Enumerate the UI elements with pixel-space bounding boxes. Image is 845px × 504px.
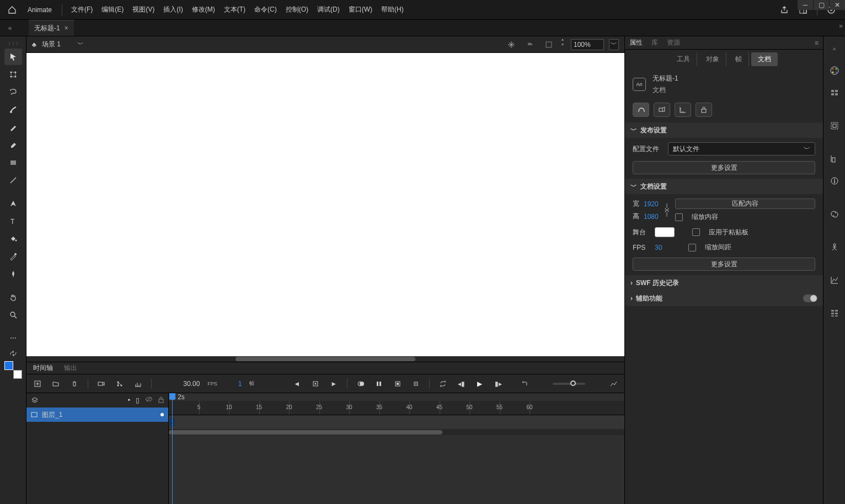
timeline-zoom-slider[interactable] [553, 383, 585, 385]
insert-keyframe-icon[interactable] [310, 378, 321, 389]
layer-depth-icon[interactable] [133, 378, 144, 389]
playhead[interactable] [172, 393, 173, 504]
zoom-dropdown[interactable]: ﹀ [609, 39, 619, 50]
pen-tool[interactable] [4, 195, 22, 212]
rigging-panel-icon[interactable] [828, 240, 841, 254]
eyedropper-tool[interactable] [4, 248, 22, 265]
undo-icon[interactable] [519, 378, 530, 389]
menu-text[interactable]: 文本(T) [220, 2, 250, 18]
fps-value-label[interactable]: 30.00 [183, 380, 200, 388]
history-panel-icon[interactable] [828, 207, 841, 221]
profile-select[interactable]: 默认文件﹀ [668, 142, 815, 156]
link-dimensions-icon[interactable] [664, 202, 670, 218]
camera-icon[interactable] [96, 378, 107, 389]
fit-timeline-icon[interactable] [608, 378, 619, 389]
menu-help[interactable]: 帮助(H) [377, 2, 408, 18]
panel-grip-icon[interactable]: ⋮⋮⋮ [7, 41, 19, 46]
accessibility-header[interactable]: ›辅助功能 [625, 291, 823, 306]
share-button[interactable] [775, 2, 794, 18]
timeline-hscrollbar[interactable] [169, 430, 624, 435]
align-panel-icon[interactable] [828, 119, 841, 132]
assets-tab[interactable]: 资源 [667, 38, 680, 47]
transform-panel-icon[interactable] [828, 152, 841, 165]
lasso-tool[interactable] [4, 84, 22, 100]
scope-document[interactable]: 文档 [751, 52, 778, 66]
scene-label[interactable]: 场景 1 [42, 40, 61, 49]
library-tab[interactable]: 库 [651, 38, 658, 47]
layer-parenting-icon[interactable] [114, 378, 125, 389]
pin-tool[interactable] [4, 266, 22, 282]
collapse-left-icon[interactable]: « [7, 20, 13, 36]
publish-more-button[interactable]: 更多设置 [633, 161, 815, 174]
scale-content-checkbox[interactable]: 缩放内容 [675, 212, 815, 222]
width-input[interactable]: 1920 [644, 200, 659, 208]
apply-pasteboard-checkbox[interactable]: 应用于粘贴板 [692, 228, 748, 237]
scene-dropdown-icon[interactable]: ﹀ [77, 40, 84, 49]
menu-debug[interactable]: 调试(D) [313, 2, 344, 18]
fps-input[interactable]: 30 [655, 244, 662, 251]
menu-insert[interactable]: 插入(I) [159, 2, 187, 18]
document-tab[interactable]: 无标题-1 × [29, 20, 74, 36]
play-button[interactable]: ▶ [474, 378, 485, 389]
docset-more-button[interactable]: 更多设置 [633, 258, 815, 271]
swap-colors-icon[interactable] [4, 350, 22, 357]
swf-history-header[interactable]: ›SWF 历史记录 [625, 275, 823, 291]
scope-tool[interactable]: 工具 [670, 52, 697, 66]
window-maximize-button[interactable]: ▢ [814, 0, 829, 10]
delete-layer-icon[interactable] [69, 378, 80, 389]
scope-object[interactable]: 对象 [699, 52, 726, 66]
close-tab-icon[interactable]: × [65, 24, 68, 32]
add-folder-icon[interactable] [51, 378, 62, 389]
layer-name-label[interactable]: 图层_1 [42, 410, 62, 420]
output-tab[interactable]: 输出 [62, 362, 79, 374]
track-row[interactable] [169, 415, 624, 430]
lock-header-icon[interactable] [158, 396, 164, 404]
info-panel-icon[interactable] [828, 174, 841, 187]
menu-file[interactable]: 文件(F) [67, 2, 97, 18]
text-tool[interactable]: T [4, 213, 22, 229]
properties-tab[interactable]: 属性 [629, 38, 643, 47]
rectangle-tool[interactable] [4, 154, 22, 171]
mode-advanced-icon[interactable] [654, 103, 670, 117]
mode-ruler-icon[interactable] [675, 103, 691, 117]
zoom-input[interactable]: 100% [571, 39, 604, 50]
zoom-tool[interactable] [4, 307, 22, 323]
stage-canvas[interactable] [26, 53, 624, 362]
timeline-ruler[interactable]: 51015202530354045505560 [169, 401, 624, 415]
match-content-button[interactable]: 匹配内容 [675, 199, 815, 209]
hand-tool[interactable] [4, 289, 22, 305]
brush-tool[interactable] [4, 119, 22, 136]
layers-icon[interactable] [31, 396, 39, 404]
accessibility-toggle[interactable] [803, 294, 817, 302]
collapse-right-icon[interactable]: » [839, 22, 843, 30]
document-settings-header[interactable]: ﹀文档设置 [625, 179, 823, 194]
center-stage-icon[interactable] [505, 38, 518, 51]
color-swatches[interactable] [4, 361, 22, 379]
rotate-stage-icon[interactable] [523, 38, 537, 51]
layer-row[interactable]: 图层_1 [26, 408, 168, 422]
menu-commands[interactable]: 命令(C) [250, 2, 281, 18]
onion-skin-icon[interactable] [355, 378, 366, 389]
menu-edit[interactable]: 编辑(E) [97, 2, 128, 18]
swatches-panel-icon[interactable] [828, 86, 841, 99]
menu-control[interactable]: 控制(O) [281, 2, 313, 18]
graph-panel-icon[interactable] [828, 274, 841, 287]
stage-color-swatch[interactable] [655, 227, 675, 237]
menu-window[interactable]: 窗口(W) [344, 2, 377, 18]
step-back-icon[interactable]: ◂▮ [456, 378, 467, 389]
components-panel-icon[interactable] [828, 307, 841, 320]
current-frame-label[interactable]: 1 [238, 380, 242, 388]
menu-view[interactable]: 视图(V) [128, 2, 159, 18]
mode-lock-icon[interactable] [696, 103, 712, 117]
window-minimize-button[interactable]: ─ [798, 0, 813, 10]
visibility-header-icon[interactable] [145, 396, 153, 404]
color-panel-icon[interactable] [828, 64, 841, 77]
collapse-right-panel-icon[interactable]: » [828, 42, 841, 55]
scale-spacing-checkbox[interactable]: 缩放间距 [688, 243, 731, 252]
window-close-button[interactable]: ✕ [830, 0, 845, 10]
menu-modify[interactable]: 修改(M) [188, 2, 220, 18]
timeline-tab[interactable]: 时间轴 [31, 362, 55, 374]
scope-frame[interactable]: 帧 [729, 52, 749, 66]
paint-bucket-tool[interactable] [4, 230, 22, 247]
home-button[interactable] [4, 2, 20, 18]
